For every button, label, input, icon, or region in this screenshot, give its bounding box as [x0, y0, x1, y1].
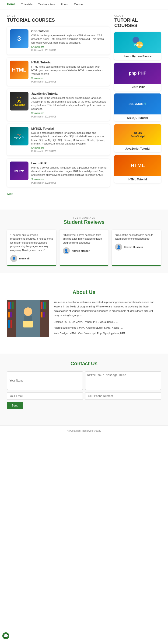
php-card-content: Learn PHP PHP is a server scripting lang… — [31, 162, 107, 184]
html-sidebar-label: HTML Tutorial — [114, 176, 161, 183]
css-show-more[interactable]: Show more — [31, 46, 107, 48]
nav-home[interactable]: Home — [7, 2, 16, 7]
python-thumbnail: Python — [114, 32, 161, 53]
review-card-3: "One of the best sites I've seen to lear… — [112, 230, 161, 266]
svg-rect-10 — [10, 312, 12, 318]
review-card-2: "Thank you, I have benefited from this s… — [60, 230, 109, 266]
phone-input[interactable] — [85, 392, 161, 400]
css-title: CSS Tutorial — [31, 29, 107, 33]
js-sidebar-thumbnail: </> JSJavaScript — [114, 124, 161, 145]
reviewer-name-1: muna ali — [19, 257, 30, 260]
php-published: Published in 2022/04/08 — [31, 182, 107, 184]
reviewer-name-2: Ahmed Nasser — [72, 250, 90, 252]
php-sidebar-icon: php PHP — [129, 71, 146, 76]
message-textarea[interactable] — [85, 371, 161, 390]
avatar-3: 👤 — [115, 244, 122, 250]
mysql-show-more[interactable]: Show more — [31, 146, 107, 149]
svg-rect-15 — [44, 302, 46, 309]
sidebar-python[interactable]: Python Learn Python Basics — [114, 32, 161, 60]
reviewer-2: 👤 Ahmed Nasser — [63, 247, 105, 254]
tutorials-section: LATEST TUTORIAL COURSES 3 CSS Tutorial C… — [0, 10, 168, 200]
oldest-tutorials: OLDEST TUTORIAL COURSES Python Learn Pyt… — [114, 14, 161, 196]
reviewer-name-3: Kazem Hussein — [124, 246, 143, 248]
about-para-4: Web Design : HTML, Css, Javascript, Php,… — [54, 331, 161, 336]
tutorial-card-css: 3 CSS Tutorial CSS is the language we us… — [7, 26, 110, 54]
contact-section: Contact Us Send — [0, 354, 168, 416]
html-published: Published in 2022/04/08 — [31, 80, 107, 83]
next-button[interactable]: Next — [7, 192, 13, 196]
send-btn-container: Send — [7, 402, 161, 409]
contact-form: Send — [7, 371, 161, 409]
nav-contact[interactable]: Contact — [74, 2, 84, 7]
nav-about[interactable]: About — [60, 2, 68, 7]
nav-testimonials[interactable]: Testimonials — [38, 2, 55, 7]
latest-tutorials: LATEST TUTORIAL COURSES 3 CSS Tutorial C… — [7, 14, 110, 196]
send-button[interactable]: Send — [7, 402, 23, 409]
php-sidebar-label: Learn PHP — [114, 84, 161, 91]
about-content: We are an educational institution intere… — [7, 300, 161, 337]
testimonials-section: TESTIMONIALS Student Reviews "The best s… — [0, 210, 168, 273]
svg-rect-7 — [10, 302, 12, 309]
html-icon: HTML — [10, 60, 29, 79]
python-icon: Python — [131, 36, 145, 50]
js-published: Published in 2022/04/08 — [31, 115, 107, 118]
php-show-more[interactable]: Show more — [31, 178, 107, 181]
js-thumbnail: </>JSJavaScript — [10, 92, 29, 110]
reviews-container: "The best site to provide programming co… — [7, 230, 161, 266]
testimonials-heading: Student Reviews — [7, 219, 161, 225]
js-sidebar-label: JavaScript Tutorial — [114, 145, 161, 152]
html-show-more[interactable]: Show more — [31, 77, 107, 80]
svg-rect-12 — [11, 320, 12, 328]
sidebar-js[interactable]: </> JSJavaScript JavaScript Tutorial — [114, 124, 161, 152]
avatar-1: 👤 — [10, 255, 17, 262]
mysql-published: Published in 2022/04/08 — [31, 150, 107, 153]
about-illustration — [7, 300, 49, 337]
mysql-sidebar-thumbnail: SQL MySQL🐬 — [114, 94, 161, 114]
email-input[interactable] — [7, 392, 83, 400]
svg-rect-16 — [41, 312, 43, 318]
svg-rect-6 — [8, 302, 10, 309]
tutorial-card-mysql: SQLMySQL🐬 MYSQL Tutorial SQL is a standa… — [7, 124, 110, 156]
about-para-2: Desktop : C++, C#, JAVA, Python, PHP, Vi… — [54, 320, 161, 324]
navbar: Home Tutorials Testimonials About Contac… — [0, 0, 168, 10]
sidebar-html[interactable]: HTML HTML Tutorial — [114, 155, 161, 183]
svg-rect-13 — [41, 302, 43, 309]
about-section: About Us — [0, 282, 168, 344]
js-icon: </>JSJavaScript — [10, 92, 29, 110]
js-show-more[interactable]: Show more — [31, 112, 107, 114]
tutorial-card-php: php PHP Learn PHP PHP is a server script… — [7, 159, 110, 187]
name-input[interactable] — [7, 371, 83, 390]
js-card-content: JavaScript Tutorial JavaScript is the wo… — [31, 92, 107, 118]
sidebar-mysql[interactable]: SQL MySQL🐬 MYSQL Tutorial — [114, 94, 161, 122]
review-card-1: "The best site to provide programming co… — [7, 230, 56, 266]
review-text-1: "The best site to provide programming co… — [10, 233, 53, 252]
css-card-content: CSS Tutorial CSS is the language we use … — [31, 29, 107, 52]
php-thumbnail: php PHP — [10, 162, 29, 180]
svg-rect-11 — [8, 320, 10, 328]
avatar-2: 👤 — [63, 247, 70, 254]
reviewer-3: 👤 Kazem Hussein — [115, 244, 158, 250]
php-title: Learn PHP — [31, 162, 107, 165]
about-para-3: Android and IPhone : JAVA, Android Studi… — [54, 326, 161, 330]
mysql-sidebar-label: MYSQL Tutorial — [114, 114, 161, 122]
latest-title: TUTORIAL COURSES — [7, 18, 110, 23]
contact-heading: Contact Us — [7, 360, 161, 367]
footer: All Copyright Reserved ©2022 — [0, 425, 168, 436]
css-icon: 3 — [10, 29, 29, 48]
about-text-content: We are an educational institution intere… — [54, 300, 161, 337]
css-published: Published in 2022/04/28 — [31, 49, 107, 52]
html-title: HTML Tutorial — [31, 60, 107, 64]
svg-rect-8 — [12, 302, 14, 309]
mysql-thumbnail: SQLMySQL🐬 — [10, 127, 29, 146]
oldest-label: OLDEST — [114, 14, 161, 17]
svg-rect-14 — [43, 302, 44, 309]
mysql-title: MYSQL Tutorial — [31, 127, 107, 130]
html-sidebar-icon: HTML — [130, 162, 145, 168]
nav-tutorials[interactable]: Tutorials — [21, 2, 33, 7]
tutorial-card-js: </>JSJavaScript JavaScript Tutorial Java… — [7, 89, 110, 121]
html-card-content: HTML Tutorial HTML is the standard marku… — [31, 60, 107, 83]
sidebar-php[interactable]: php PHP Learn PHP — [114, 63, 161, 91]
testimonials-sublabel: TESTIMONIALS — [7, 216, 161, 219]
about-heading: About Us — [7, 289, 161, 295]
css-thumbnail: 3 — [10, 29, 29, 48]
